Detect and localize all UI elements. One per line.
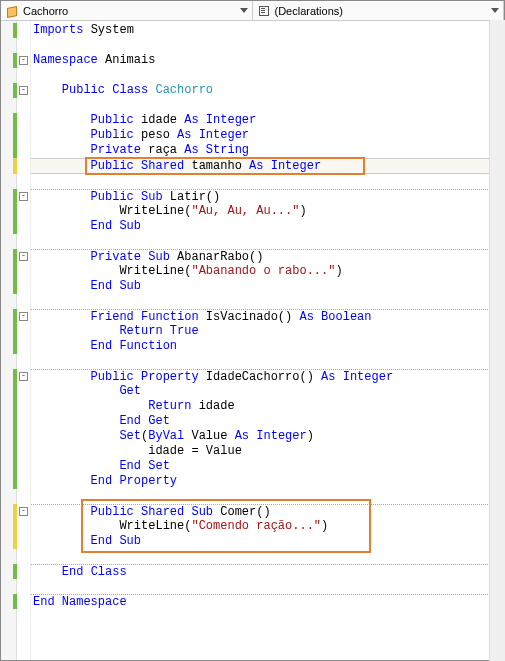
code-line[interactable] xyxy=(31,234,504,249)
code-line[interactable]: End Namespace xyxy=(31,594,504,609)
code-line[interactable]: Private raça As String xyxy=(31,143,504,158)
code-line[interactable]: End Function xyxy=(31,339,504,354)
code-line[interactable]: Return True xyxy=(31,324,504,339)
fold-toggle[interactable]: - xyxy=(19,507,28,516)
code-line[interactable]: WriteLine("Comendo ração...") xyxy=(31,519,504,534)
fold-toggle[interactable]: - xyxy=(19,372,28,381)
code-line[interactable]: End Sub xyxy=(31,219,504,234)
code-line[interactable]: Get xyxy=(31,384,504,399)
chevron-down-icon xyxy=(240,8,248,13)
code-line[interactable]: End Property xyxy=(31,474,504,489)
fold-toggle[interactable]: - xyxy=(19,252,28,261)
code-line[interactable]: End Sub xyxy=(31,279,504,294)
member-dropdown[interactable]: (Declarations) xyxy=(253,1,505,20)
code-area[interactable]: Imports System Namespace Animais Public … xyxy=(31,21,504,660)
code-line[interactable]: End Class xyxy=(31,564,504,579)
fold-toggle[interactable]: - xyxy=(19,56,28,65)
code-line[interactable]: Public Shared Sub Comer() xyxy=(31,504,504,519)
code-line-current[interactable]: Public Shared tamanho As Integer xyxy=(31,158,504,174)
code-line[interactable]: Public Sub Latir() xyxy=(31,189,504,204)
class-icon xyxy=(5,5,19,17)
code-line[interactable]: Imports System xyxy=(31,23,504,38)
class-dropdown[interactable]: Cachorro xyxy=(1,1,253,20)
code-line[interactable] xyxy=(31,294,504,309)
navigation-bar: Cachorro (Declarations) xyxy=(1,1,504,21)
code-line[interactable]: End Sub xyxy=(31,534,504,549)
code-line[interactable]: Public Class Cachorro xyxy=(31,83,504,98)
code-line[interactable] xyxy=(31,354,504,369)
code-line[interactable]: Friend Function IsVacinado() As Boolean xyxy=(31,309,504,324)
code-editor: - - - - - - - Imports System Namespace A… xyxy=(1,21,504,660)
class-dropdown-label: Cachorro xyxy=(23,5,68,17)
member-dropdown-label: (Declarations) xyxy=(275,5,343,17)
code-line[interactable] xyxy=(31,549,504,564)
code-line[interactable]: Private Sub AbanarRabo() xyxy=(31,249,504,264)
declarations-icon xyxy=(257,5,271,17)
code-line[interactable]: Return idade xyxy=(31,399,504,414)
chevron-down-icon xyxy=(491,8,499,13)
code-line[interactable] xyxy=(31,579,504,594)
code-line[interactable] xyxy=(31,98,504,113)
code-line[interactable]: Set(ByVal Value As Integer) xyxy=(31,429,504,444)
code-line[interactable] xyxy=(31,68,504,83)
fold-toggle[interactable]: - xyxy=(19,86,28,95)
outlining-margin: - - - - - - - xyxy=(17,21,31,660)
code-line[interactable] xyxy=(31,489,504,504)
code-line[interactable]: WriteLine("Au, Au, Au...") xyxy=(31,204,504,219)
code-line[interactable] xyxy=(31,38,504,53)
code-line[interactable] xyxy=(31,174,504,189)
code-line[interactable]: Public idade As Integer xyxy=(31,113,504,128)
fold-toggle[interactable]: - xyxy=(19,312,28,321)
code-line[interactable]: Namespace Animais xyxy=(31,53,504,68)
fold-toggle[interactable]: - xyxy=(19,192,28,201)
code-line[interactable]: End Get xyxy=(31,414,504,429)
code-line[interactable]: idade = Value xyxy=(31,444,504,459)
code-line[interactable]: End Set xyxy=(31,459,504,474)
code-line[interactable]: Public Property IdadeCachorro() As Integ… xyxy=(31,369,504,384)
vertical-scrollbar[interactable] xyxy=(489,20,505,661)
indicator-margin xyxy=(1,21,17,660)
code-line[interactable]: Public peso As Integer xyxy=(31,128,504,143)
code-line[interactable]: WriteLine("Abanando o rabo...") xyxy=(31,264,504,279)
